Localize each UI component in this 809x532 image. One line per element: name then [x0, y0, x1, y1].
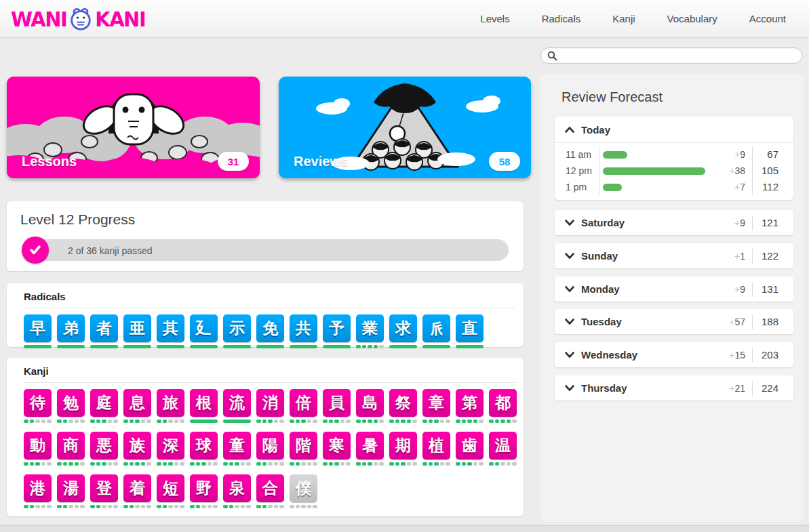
tile-progress-bar — [223, 505, 251, 508]
forecast-day-added: +57 — [729, 316, 752, 327]
subject-tile[interactable]: 其 — [157, 314, 184, 342]
forecast-day-card[interactable]: Wednesday +15 203 — [555, 342, 793, 367]
wanikani-logo[interactable]: WANI KANI — [11, 6, 145, 32]
tile-cell: 勉 — [57, 389, 85, 423]
tile-character: 早 — [30, 318, 45, 339]
subject-tile[interactable]: 港 — [24, 474, 52, 502]
forecast-day-card[interactable]: Tuesday +57 188 — [555, 309, 793, 334]
tile-cell: 弟 — [57, 314, 85, 348]
forecast-day-card[interactable]: Monday +9 131 — [555, 277, 793, 302]
search-bar[interactable] — [540, 47, 802, 64]
tile-progress-bar — [57, 462, 85, 466]
subject-tile[interactable]: 員 — [323, 389, 351, 417]
subject-tile[interactable]: 第 — [456, 389, 484, 417]
subject-tile[interactable]: 登 — [90, 474, 118, 502]
subject-tile[interactable]: 求 — [389, 314, 417, 342]
subject-tile[interactable]: 悪 — [90, 432, 118, 459]
subject-tile[interactable]: 𠂢 — [422, 314, 450, 342]
subject-tile[interactable]: 植 — [422, 432, 450, 459]
tile-character: 童 — [229, 435, 245, 456]
forecast-day-card[interactable]: Sunday +1 122 — [555, 243, 793, 268]
subject-tile[interactable]: 者 — [90, 314, 118, 342]
subject-tile[interactable]: 祭 — [389, 389, 417, 417]
subject-tile[interactable]: 階 — [290, 432, 317, 459]
subject-tile[interactable]: 弟 — [57, 314, 85, 342]
subject-tile[interactable]: 業 — [356, 314, 384, 342]
subject-tile[interactable]: 泉 — [223, 474, 251, 502]
subject-tile[interactable]: 球 — [190, 432, 218, 459]
subject-tile[interactable]: 待 — [24, 389, 52, 417]
subject-tile[interactable]: 旅 — [157, 389, 184, 417]
subject-tile[interactable]: 共 — [290, 314, 317, 342]
forecast-day-card[interactable]: Thursday +21 224 — [555, 375, 793, 401]
forecast-day-label: Sunday — [581, 250, 734, 262]
subject-tile[interactable]: 根 — [190, 389, 218, 417]
tile-character: 階 — [296, 435, 311, 456]
subject-tile[interactable]: 廴 — [190, 314, 218, 342]
subject-tile[interactable]: 温 — [489, 432, 517, 459]
reviews-banner[interactable]: Reviews 58 — [279, 77, 531, 178]
subject-tile[interactable]: 動 — [24, 432, 52, 459]
tile-cell: 僕 — [290, 474, 317, 508]
forecast-running-total: 105 — [752, 163, 793, 179]
nav-item[interactable]: Account — [749, 13, 786, 24]
forecast-bar — [603, 184, 622, 191]
nav-item[interactable]: Kanji — [612, 13, 635, 24]
nav-item[interactable]: Vocabulary — [667, 13, 717, 24]
subject-tile[interactable]: 示 — [223, 314, 251, 342]
subject-tile[interactable]: 族 — [123, 432, 151, 459]
nav-item[interactable]: Levels — [480, 13, 509, 24]
subject-tile[interactable]: 息 — [123, 389, 151, 417]
subject-tile[interactable]: 着 — [123, 474, 151, 502]
subject-tile[interactable]: 陽 — [256, 432, 284, 459]
subject-tile[interactable]: 章 — [422, 389, 450, 417]
nav-item[interactable]: Radicals — [542, 13, 581, 24]
tile-cell: 着 — [123, 474, 151, 508]
search-input[interactable] — [561, 50, 795, 62]
tile-progress-bar — [389, 345, 417, 348]
subject-tile[interactable]: 予 — [323, 314, 351, 342]
subject-tile[interactable]: 早 — [24, 314, 52, 342]
subject-tile[interactable]: 歯 — [456, 432, 484, 459]
tile-progress-bar — [456, 420, 484, 423]
subject-tile[interactable]: 童 — [223, 432, 251, 459]
subject-tile[interactable]: 合 — [256, 474, 284, 502]
tile-progress-bar — [24, 420, 52, 423]
forecast-day-added: +1 — [734, 251, 752, 262]
forecast-today-label: Today — [581, 124, 783, 136]
tile-cell: 倍 — [290, 389, 317, 423]
tile-cell: 寒 — [323, 432, 351, 466]
tile-cell: 港 — [24, 474, 52, 508]
subject-tile[interactable]: 免 — [256, 314, 284, 342]
subject-tile[interactable]: 深 — [157, 432, 184, 459]
forecast-hour-row: 1 pm +7 112 — [555, 179, 793, 195]
subject-tile[interactable]: 亜 — [123, 314, 151, 342]
tile-character: 登 — [96, 478, 112, 499]
tile-progress-bar — [157, 462, 184, 466]
subject-tile[interactable]: 消 — [256, 389, 284, 417]
tile-progress-bar — [123, 345, 151, 348]
chevron-down-icon — [565, 319, 574, 325]
subject-tile[interactable]: 島 — [356, 389, 384, 417]
subject-tile[interactable]: 倍 — [290, 389, 317, 417]
forecast-today-header[interactable]: Today — [555, 117, 793, 143]
subject-tile[interactable]: 短 — [157, 474, 184, 502]
subject-tile[interactable]: 期 — [389, 432, 417, 459]
lessons-banner[interactable]: Lessons 31 — [7, 77, 260, 178]
subject-tile[interactable]: 勉 — [57, 389, 85, 417]
tile-cell: 球 — [190, 432, 218, 466]
forecast-day-added: +21 — [729, 383, 752, 394]
subject-tile[interactable]: 都 — [489, 389, 517, 417]
tile-cell: 階 — [290, 432, 317, 466]
subject-tile[interactable]: 庭 — [90, 389, 118, 417]
subject-tile[interactable]: 流 — [223, 389, 251, 417]
tile-progress-bar — [190, 345, 218, 348]
subject-tile[interactable]: 直 — [456, 314, 484, 342]
subject-tile[interactable]: 商 — [57, 432, 85, 459]
subject-tile[interactable]: 暑 — [356, 432, 384, 459]
tile-progress-bar — [489, 420, 517, 423]
subject-tile[interactable]: 野 — [190, 474, 218, 502]
subject-tile[interactable]: 湯 — [57, 474, 85, 502]
forecast-day-card[interactable]: Saturday +9 121 — [555, 210, 793, 235]
subject-tile[interactable]: 寒 — [323, 432, 351, 459]
